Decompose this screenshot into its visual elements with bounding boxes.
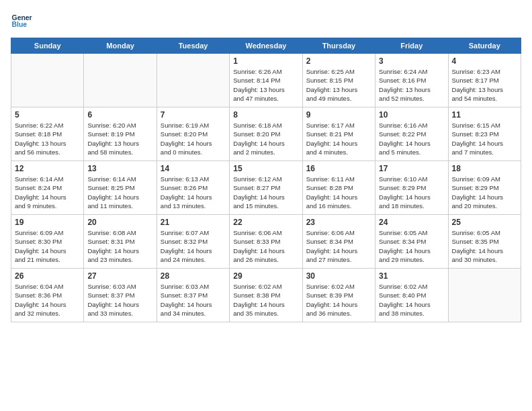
table-row: 7Sunrise: 6:19 AMSunset: 8:20 PMDaylight…	[157, 107, 229, 161]
day-number: 7	[161, 110, 226, 120]
table-row	[84, 54, 157, 107]
day-info: Sunrise: 6:13 AMSunset: 8:26 PMDaylight:…	[161, 175, 226, 210]
table-row: 23Sunrise: 6:06 AMSunset: 8:34 PMDayligh…	[302, 215, 375, 269]
day-number: 16	[306, 164, 371, 173]
day-number: 6	[87, 110, 152, 120]
table-row: 27Sunrise: 6:03 AMSunset: 8:37 PMDayligh…	[84, 269, 157, 322]
table-row: 29Sunrise: 6:02 AMSunset: 8:38 PMDayligh…	[230, 269, 302, 322]
day-number: 8	[233, 110, 298, 120]
day-info: Sunrise: 6:18 AMSunset: 8:20 PMDaylight:…	[233, 121, 298, 156]
day-number: 26	[15, 271, 80, 281]
logo-icon: General Blue	[11, 11, 32, 32]
calendar-week-1: 1Sunrise: 6:26 AMSunset: 8:14 PMDaylight…	[11, 54, 521, 107]
day-number: 19	[15, 218, 80, 227]
calendar-header-wednesday: Wednesday	[230, 38, 302, 54]
table-row: 8Sunrise: 6:18 AMSunset: 8:20 PMDaylight…	[230, 107, 302, 161]
day-info: Sunrise: 6:04 AMSunset: 8:36 PMDaylight:…	[15, 282, 80, 318]
table-row: 21Sunrise: 6:07 AMSunset: 8:32 PMDayligh…	[157, 215, 229, 269]
calendar-week-4: 19Sunrise: 6:09 AMSunset: 8:30 PMDayligh…	[11, 215, 521, 269]
day-info: Sunrise: 6:06 AMSunset: 8:33 PMDaylight:…	[233, 228, 298, 264]
day-info: Sunrise: 6:15 AMSunset: 8:23 PMDaylight:…	[452, 121, 517, 156]
table-row: 15Sunrise: 6:12 AMSunset: 8:27 PMDayligh…	[230, 161, 302, 215]
table-row	[448, 269, 521, 322]
page-header: General Blue	[11, 11, 521, 32]
day-info: Sunrise: 6:09 AMSunset: 8:30 PMDaylight:…	[15, 228, 80, 264]
calendar-header-monday: Monday	[84, 38, 157, 54]
day-number: 22	[233, 218, 298, 227]
day-number: 21	[161, 218, 226, 227]
day-number: 31	[379, 271, 444, 281]
day-number: 27	[87, 271, 152, 281]
calendar-table: SundayMondayTuesdayWednesdayThursdayFrid…	[11, 38, 521, 322]
calendar-header-tuesday: Tuesday	[157, 38, 229, 54]
day-number: 3	[379, 56, 444, 66]
calendar-week-5: 26Sunrise: 6:04 AMSunset: 8:36 PMDayligh…	[11, 269, 521, 322]
day-number: 11	[452, 110, 517, 120]
table-row: 16Sunrise: 6:11 AMSunset: 8:28 PMDayligh…	[302, 161, 375, 215]
table-row: 3Sunrise: 6:24 AMSunset: 8:16 PMDaylight…	[375, 54, 448, 107]
day-number: 23	[306, 218, 371, 227]
day-number: 29	[233, 271, 298, 281]
day-info: Sunrise: 6:08 AMSunset: 8:31 PMDaylight:…	[87, 228, 152, 264]
day-info: Sunrise: 6:09 AMSunset: 8:29 PMDaylight:…	[452, 175, 517, 210]
day-info: Sunrise: 6:02 AMSunset: 8:38 PMDaylight:…	[233, 282, 298, 318]
day-number: 14	[161, 164, 226, 173]
day-info: Sunrise: 6:11 AMSunset: 8:28 PMDaylight:…	[306, 175, 371, 210]
calendar-header-saturday: Saturday	[448, 38, 521, 54]
day-info: Sunrise: 6:02 AMSunset: 8:40 PMDaylight:…	[379, 282, 444, 318]
table-row: 2Sunrise: 6:25 AMSunset: 8:15 PMDaylight…	[302, 54, 375, 107]
day-number: 18	[452, 164, 517, 173]
table-row: 30Sunrise: 6:02 AMSunset: 8:39 PMDayligh…	[302, 269, 375, 322]
day-number: 24	[379, 218, 444, 227]
day-number: 15	[233, 164, 298, 173]
day-number: 9	[306, 110, 371, 120]
table-row: 20Sunrise: 6:08 AMSunset: 8:31 PMDayligh…	[84, 215, 157, 269]
table-row: 10Sunrise: 6:16 AMSunset: 8:22 PMDayligh…	[375, 107, 448, 161]
day-info: Sunrise: 6:03 AMSunset: 8:37 PMDaylight:…	[161, 282, 226, 318]
table-row: 4Sunrise: 6:23 AMSunset: 8:17 PMDaylight…	[448, 54, 521, 107]
table-row	[11, 54, 84, 107]
table-row: 25Sunrise: 6:05 AMSunset: 8:35 PMDayligh…	[448, 215, 521, 269]
day-info: Sunrise: 6:10 AMSunset: 8:29 PMDaylight:…	[379, 175, 444, 210]
day-info: Sunrise: 6:12 AMSunset: 8:27 PMDaylight:…	[233, 175, 298, 210]
table-row: 5Sunrise: 6:22 AMSunset: 8:18 PMDaylight…	[11, 107, 84, 161]
day-number: 28	[161, 271, 226, 281]
day-number: 25	[452, 218, 517, 227]
day-info: Sunrise: 6:19 AMSunset: 8:20 PMDaylight:…	[161, 121, 226, 156]
table-row: 6Sunrise: 6:20 AMSunset: 8:19 PMDaylight…	[84, 107, 157, 161]
table-row	[157, 54, 229, 107]
day-number: 5	[15, 110, 80, 120]
day-info: Sunrise: 6:14 AMSunset: 8:25 PMDaylight:…	[87, 175, 152, 210]
calendar-header-friday: Friday	[375, 38, 448, 54]
table-row: 13Sunrise: 6:14 AMSunset: 8:25 PMDayligh…	[84, 161, 157, 215]
day-number: 4	[452, 56, 517, 66]
day-info: Sunrise: 6:02 AMSunset: 8:39 PMDaylight:…	[306, 282, 371, 318]
table-row: 14Sunrise: 6:13 AMSunset: 8:26 PMDayligh…	[157, 161, 229, 215]
table-row: 28Sunrise: 6:03 AMSunset: 8:37 PMDayligh…	[157, 269, 229, 322]
day-info: Sunrise: 6:03 AMSunset: 8:37 PMDaylight:…	[87, 282, 152, 318]
day-number: 10	[379, 110, 444, 120]
table-row: 18Sunrise: 6:09 AMSunset: 8:29 PMDayligh…	[448, 161, 521, 215]
day-info: Sunrise: 6:25 AMSunset: 8:15 PMDaylight:…	[306, 67, 371, 103]
day-info: Sunrise: 6:16 AMSunset: 8:22 PMDaylight:…	[379, 121, 444, 156]
day-number: 12	[15, 164, 80, 173]
logo: General Blue	[11, 11, 35, 32]
table-row: 11Sunrise: 6:15 AMSunset: 8:23 PMDayligh…	[448, 107, 521, 161]
day-info: Sunrise: 6:07 AMSunset: 8:32 PMDaylight:…	[161, 228, 226, 264]
calendar-week-3: 12Sunrise: 6:14 AMSunset: 8:24 PMDayligh…	[11, 161, 521, 215]
calendar-header-row: SundayMondayTuesdayWednesdayThursdayFrid…	[11, 38, 521, 54]
table-row: 31Sunrise: 6:02 AMSunset: 8:40 PMDayligh…	[375, 269, 448, 322]
day-number: 1	[233, 56, 298, 66]
day-number: 2	[306, 56, 371, 66]
day-info: Sunrise: 6:20 AMSunset: 8:19 PMDaylight:…	[87, 121, 152, 156]
calendar-header-sunday: Sunday	[11, 38, 84, 54]
day-number: 17	[379, 164, 444, 173]
day-number: 30	[306, 271, 371, 281]
table-row: 17Sunrise: 6:10 AMSunset: 8:29 PMDayligh…	[375, 161, 448, 215]
day-number: 20	[87, 218, 152, 227]
svg-text:Blue: Blue	[12, 21, 28, 28]
table-row: 12Sunrise: 6:14 AMSunset: 8:24 PMDayligh…	[11, 161, 84, 215]
day-info: Sunrise: 6:05 AMSunset: 8:34 PMDaylight:…	[379, 228, 444, 264]
day-info: Sunrise: 6:22 AMSunset: 8:18 PMDaylight:…	[15, 121, 80, 156]
day-info: Sunrise: 6:14 AMSunset: 8:24 PMDaylight:…	[15, 175, 80, 210]
